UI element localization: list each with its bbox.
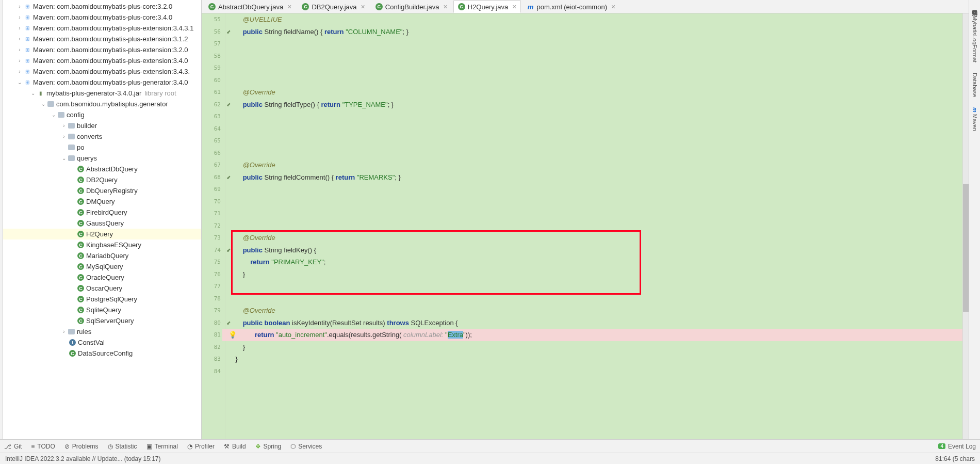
services-tool-button[interactable]: ⬡Services bbox=[290, 443, 322, 450]
problems-tool-button[interactable]: ⊘Problems bbox=[64, 443, 99, 450]
tree-label: KingbaseESQuery bbox=[86, 241, 141, 249]
tree-maven-node[interactable]: ›⊞Maven: com.baomidou:mybatis-plus-exten… bbox=[3, 34, 201, 44]
scrollbar-thumb[interactable] bbox=[963, 184, 969, 312]
tree-folder-rules[interactable]: ›rules bbox=[3, 326, 201, 337]
tree-jar-node[interactable]: ⌄▮mybatis-plus-generator-3.4.0.jarlibrar… bbox=[3, 88, 201, 99]
chevron-right-icon: › bbox=[63, 134, 64, 139]
editor-tab[interactable]: CDB2Query.java× bbox=[297, 1, 369, 13]
list-icon: ≡ bbox=[31, 443, 35, 450]
tree-package-node[interactable]: ⌄com.baomidou.mybatisplus.generator bbox=[3, 99, 201, 109]
tree-maven-node[interactable]: ›⊞Maven: com.baomidou:mybatis-plus-core:… bbox=[3, 1, 201, 12]
terminal-icon: ▣ bbox=[146, 443, 152, 450]
editor-scrollbar[interactable] bbox=[962, 13, 969, 439]
tree-label: Maven: com.baomidou:mybatis-plus-extensi… bbox=[33, 24, 193, 32]
tree-label: Maven: com.baomidou:mybatis-plus-core:3.… bbox=[33, 13, 172, 21]
tree-folder-builder[interactable]: ›builder bbox=[3, 120, 201, 131]
tree-class-item[interactable]: CSqliteQuery bbox=[3, 305, 201, 315]
library-icon: ⊞ bbox=[24, 3, 31, 10]
folder-icon bbox=[68, 145, 75, 150]
editor-body[interactable]: 5556575859606162636465666768697071727374… bbox=[202, 13, 969, 439]
tree-class-item[interactable]: COracleQuery bbox=[3, 272, 201, 283]
class-icon: C bbox=[77, 242, 84, 248]
close-icon[interactable]: × bbox=[444, 3, 448, 10]
tree-maven-node[interactable]: ›⊞Maven: com.baomidou:mybatis-plus-exten… bbox=[3, 44, 201, 55]
java-class-icon: C bbox=[458, 3, 465, 10]
close-icon[interactable]: × bbox=[611, 3, 615, 10]
tree-label: Maven: com.baomidou:mybatis-plus-extensi… bbox=[33, 57, 188, 65]
tree-folder-po[interactable]: po bbox=[3, 142, 201, 153]
chevron-down-icon: ⌄ bbox=[52, 112, 56, 118]
tree-label: Maven: com.baomidou:mybatis-plus-extensi… bbox=[33, 68, 190, 75]
build-tool-button[interactable]: ⚒Build bbox=[224, 443, 246, 450]
class-icon: C bbox=[77, 166, 84, 172]
tree-label: com.baomidou.mybatisplus.generator bbox=[56, 100, 168, 108]
tree-label: converts bbox=[77, 133, 102, 140]
override-gutter-icon[interactable]: ⬋ bbox=[226, 174, 231, 180]
tree-maven-node[interactable]: ›⊞Maven: com.baomidou:mybatis-plus-exten… bbox=[3, 23, 201, 34]
library-icon: ⊞ bbox=[24, 46, 31, 54]
tree-class-constval[interactable]: IConstVal bbox=[3, 337, 201, 348]
tree-folder-querys[interactable]: ⌄querys bbox=[3, 153, 201, 164]
intention-bulb-icon[interactable]: 💡 bbox=[228, 331, 237, 339]
editor-tab[interactable]: CAbstractDbQuery.java× bbox=[204, 1, 296, 13]
code-area[interactable]: @UVELLIUE public String fieldName() { re… bbox=[232, 13, 962, 439]
tree-class-item[interactable]: CH2Query bbox=[3, 229, 201, 239]
tree-maven-node[interactable]: ›⊞Maven: com.baomidou:mybatis-plus-exten… bbox=[3, 66, 201, 77]
tree-class-item[interactable]: CKingbaseESQuery bbox=[3, 239, 201, 250]
chevron-right-icon: › bbox=[19, 36, 20, 42]
tool-window-bar: ⎇Git ≡TODO ⊘Problems ◷Statistic ▣Termina… bbox=[0, 439, 980, 453]
tree-class-item[interactable]: CFirebirdQuery bbox=[3, 207, 201, 218]
class-icon: C bbox=[77, 187, 84, 194]
tree-maven-node[interactable]: ›⊞Maven: com.baomidou:mybatis-plus-core:… bbox=[3, 12, 201, 23]
editor-tab[interactable]: CH2Query.java× bbox=[453, 1, 521, 13]
tree-class-item[interactable]: CPostgreSqlQuery bbox=[3, 294, 201, 305]
git-tool-button[interactable]: ⎇Git bbox=[4, 443, 22, 450]
class-icon: C bbox=[77, 285, 84, 292]
library-icon: ⊞ bbox=[24, 68, 31, 75]
editor-tab[interactable]: mpom.xml (eiot-common)× bbox=[522, 1, 620, 13]
clock-icon: ◷ bbox=[108, 443, 113, 450]
tree-folder-config[interactable]: ⌄config bbox=[3, 109, 201, 120]
class-icon: C bbox=[69, 350, 76, 357]
chevron-right-icon: › bbox=[19, 58, 20, 63]
right-tab-maven[interactable]: m Maven bbox=[972, 107, 978, 131]
tree-class-item[interactable]: CMariadbQuery bbox=[3, 250, 201, 261]
override-gutter-icon[interactable]: ⬋ bbox=[226, 320, 231, 326]
right-tab[interactable]: MybatisLogFormat bbox=[972, 15, 978, 62]
tree-class-item[interactable]: COscarQuery bbox=[3, 283, 201, 294]
chevron-down-icon: ⌄ bbox=[62, 155, 66, 161]
library-icon: ⊞ bbox=[24, 36, 31, 43]
tree-class-item[interactable]: CSqlServerQuery bbox=[3, 315, 201, 326]
tree-class-item[interactable]: CDbQueryRegistry bbox=[3, 185, 201, 196]
editor-tab[interactable]: CConfigBuilder.java× bbox=[371, 1, 452, 13]
override-gutter-icon[interactable]: ⬋ bbox=[226, 29, 231, 35]
tree-maven-node[interactable]: ›⊞Maven: com.baomidou:mybatis-plus-exten… bbox=[3, 55, 201, 66]
tree-maven-node[interactable]: ⌄⊞Maven: com.baomidou:mybatis-plus-gener… bbox=[3, 77, 201, 88]
tree-class-item[interactable]: CDB2Query bbox=[3, 174, 201, 185]
override-gutter-icon[interactable]: ⬋ bbox=[226, 247, 231, 253]
todo-tool-button[interactable]: ≡TODO bbox=[31, 443, 55, 450]
right-tab[interactable]: Database bbox=[972, 73, 978, 97]
close-icon[interactable]: × bbox=[512, 3, 516, 10]
class-icon: C bbox=[77, 317, 84, 324]
close-icon[interactable]: × bbox=[361, 3, 365, 10]
tree-class-dsconfig[interactable]: CDataSourceConfig bbox=[3, 348, 201, 359]
tree-class-item[interactable]: CMySqlQuery bbox=[3, 261, 201, 272]
close-icon[interactable]: × bbox=[287, 3, 291, 10]
line-number-gutter: 5556575859606162636465666768697071727374… bbox=[202, 13, 225, 439]
tree-class-item[interactable]: CDMQuery bbox=[3, 196, 201, 207]
profiler-tool-button[interactable]: ◔Profiler bbox=[187, 443, 215, 450]
status-message[interactable]: IntelliJ IDEA 2022.3.2 available // Upda… bbox=[5, 455, 161, 462]
tree-folder-converts[interactable]: ›converts bbox=[3, 131, 201, 142]
library-icon: ⊞ bbox=[24, 25, 31, 32]
terminal-tool-button[interactable]: ▣Terminal bbox=[146, 443, 178, 450]
tree-class-item[interactable]: CAbstractDbQuery bbox=[3, 164, 201, 174]
tree-class-item[interactable]: CGaussQuery bbox=[3, 218, 201, 229]
event-log-button[interactable]: 4Event Log bbox=[938, 443, 976, 450]
tree-label: DB2Query bbox=[86, 176, 118, 184]
override-gutter-icon[interactable]: ⬋ bbox=[226, 102, 231, 107]
tree-label: FirebirdQuery bbox=[86, 209, 127, 216]
statistic-tool-button[interactable]: ◷Statistic bbox=[108, 443, 137, 450]
spring-tool-button[interactable]: ❖Spring bbox=[255, 443, 282, 450]
project-tree-panel[interactable]: ›⊞Maven: com.baomidou:mybatis-plus-core:… bbox=[3, 0, 202, 439]
